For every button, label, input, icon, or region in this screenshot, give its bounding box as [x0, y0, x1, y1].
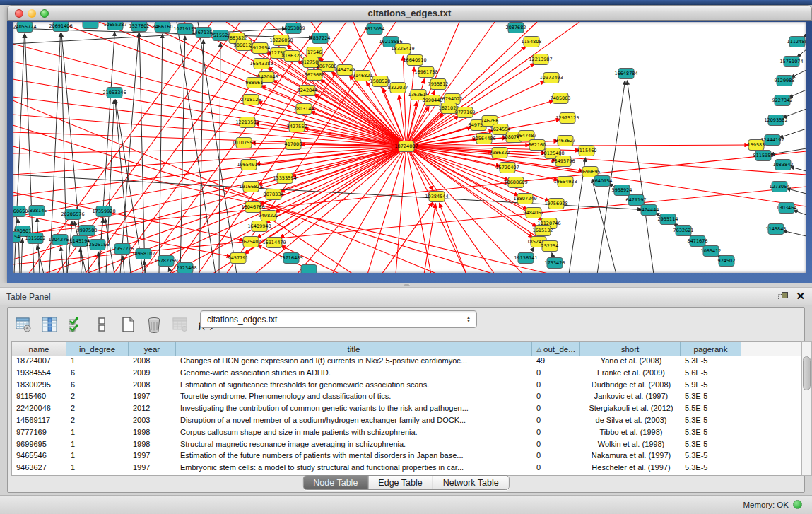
network-node[interactable]: 9129988 [775, 76, 795, 86]
network-node[interactable]: 1527602 [129, 22, 150, 32]
network-node[interactable]: 10655287 [103, 22, 126, 30]
network-node[interactable]: 19166825 [239, 182, 262, 192]
network-node[interactable]: 8186328 [282, 51, 302, 62]
network-node[interactable]: 9227342 [772, 95, 793, 106]
dropdown-stepper-icon[interactable]: ▲▼ [464, 313, 473, 326]
network-node[interactable]: 9115460 [577, 146, 597, 156]
network-node[interactable]: 19654923 [553, 177, 577, 187]
network-edge[interactable] [199, 40, 204, 273]
network-node[interactable]: 20206576 [61, 209, 84, 220]
network-edge[interactable] [127, 146, 406, 273]
tab-network-table[interactable]: Network Table [433, 476, 509, 489]
network-node[interactable]: 19654915 [237, 160, 260, 170]
table-row[interactable]: 946554611997Estimation of the future num… [12, 450, 801, 462]
network-node[interactable]: 3675685 [305, 70, 325, 81]
network-node[interactable] [83, 22, 98, 29]
network-node[interactable]: 9997588 [77, 226, 98, 236]
table-mode-icon[interactable] [13, 315, 33, 334]
network-edge[interactable] [793, 210, 806, 215]
network-edge[interactable] [789, 90, 806, 98]
network-node[interactable]: 6479197 [626, 195, 647, 206]
network-node[interactable]: 7625402 [241, 237, 261, 247]
network-node[interactable]: 17546 [307, 47, 322, 58]
network-node[interactable]: 1615132 [533, 226, 553, 236]
network-node[interactable]: 988961 [246, 78, 264, 88]
network-node[interactable]: 8471676 [688, 236, 708, 247]
table-row[interactable]: 977716911998Corpus callosum shape and si… [12, 427, 801, 439]
network-node[interactable]: 2935114 [658, 214, 678, 225]
network-edge[interactable] [37, 218, 40, 273]
network-edge[interactable] [627, 81, 654, 273]
network-edge[interactable] [13, 146, 406, 196]
network-node[interactable]: 2718126 [241, 95, 261, 105]
network-edge[interactable] [797, 49, 806, 57]
network-edge[interactable] [180, 36, 185, 273]
column-header-short[interactable]: short [580, 342, 681, 356]
network-node[interactable]: 9474444 [639, 205, 659, 216]
network-node[interactable]: 16961758 [414, 67, 437, 78]
citation-network-graph[interactable]: 2405572420691406106552871527602846616010… [13, 22, 806, 273]
network-node[interactable]: 19136141 [514, 253, 537, 264]
column-header-title[interactable]: title [176, 342, 532, 356]
table-row[interactable]: 2242004622012Investigating the contribut… [12, 403, 801, 415]
tab-edge-table[interactable]: Edge Table [368, 476, 433, 489]
network-node[interactable]: 2260650 [13, 206, 28, 217]
network-node[interactable]: 12093582 [764, 115, 787, 126]
column-header-in_degree[interactable]: in_degree [66, 342, 129, 356]
network-node[interactable]: 1303464 [777, 203, 797, 214]
network-node[interactable]: 5938924 [612, 185, 632, 196]
network-node[interactable]: 7986322 [490, 148, 510, 158]
network-node[interactable]: 8466160 [153, 22, 173, 33]
network-edge[interactable] [198, 22, 237, 273]
table-row[interactable]: 911546021997Tourette syndrome. Phenomeno… [12, 391, 801, 403]
network-node[interactable]: 7955812 [428, 79, 449, 90]
network-window-titlebar[interactable]: citations_edges.txt [7, 5, 812, 21]
network-edge[interactable] [396, 146, 406, 273]
network-node[interactable]: 9484067 [524, 208, 544, 218]
network-node[interactable]: 15720407 [495, 163, 519, 173]
table-row[interactable]: 1938455462009Genome-wide association stu… [12, 368, 801, 380]
network-node[interactable]: 15751074 [779, 57, 803, 67]
network-node[interactable]: 1112485 [787, 37, 806, 47]
import-table-icon[interactable] [170, 315, 190, 334]
network-node[interactable]: 9777169 [455, 107, 476, 118]
network-node[interactable]: 9457791 [228, 253, 249, 264]
network-node[interactable]: 9463627 [555, 136, 576, 146]
network-edge[interactable] [13, 44, 406, 146]
scrollbar-thumb[interactable] [803, 356, 811, 390]
select-columns-icon[interactable] [66, 315, 86, 334]
network-edge[interactable] [37, 245, 44, 273]
network-node[interactable]: 12975125 [555, 113, 579, 124]
network-node[interactable]: 5912954 [250, 43, 271, 54]
network-node[interactable]: 862160 [529, 140, 546, 151]
delete-table-icon[interactable] [144, 315, 164, 334]
network-edge[interactable] [21, 238, 23, 273]
network-edge[interactable] [367, 146, 406, 273]
network-node[interactable]: 1898145 [27, 206, 47, 216]
network-node[interactable]: 19756928 [544, 199, 567, 209]
network-edge[interactable] [791, 70, 806, 78]
network-edge[interactable] [382, 202, 433, 273]
row-options-icon[interactable] [92, 315, 112, 334]
table-row[interactable]: 1830029562008Estimation of significance … [12, 380, 801, 392]
network-node[interactable]: 1273054 [770, 182, 790, 192]
network-node[interactable]: 7485063 [551, 93, 571, 104]
network-node[interactable]: 1315682 [25, 233, 46, 244]
splitter-grip-icon[interactable] [404, 284, 410, 286]
network-canvas[interactable]: 2405572420691406106552871527602846616010… [13, 22, 806, 273]
network-node[interactable]: 10107553 [232, 138, 255, 148]
network-node[interactable]: 1154808 [522, 37, 542, 47]
network-node[interactable]: 7632621 [673, 226, 694, 236]
network-node[interactable]: 16543382 [249, 59, 273, 69]
network-node[interactable]: 9242844 [298, 86, 318, 96]
network-node[interactable]: 16640910 [403, 55, 426, 66]
network-node[interactable]: 8990448 [423, 95, 443, 106]
network-edge[interactable] [13, 146, 406, 217]
network-node[interactable] [301, 265, 317, 274]
network-edge[interactable] [779, 129, 806, 138]
network-node[interactable]: 10958107 [131, 249, 155, 259]
table-row[interactable]: 1872400712008Changes of HCN gene express… [12, 356, 801, 368]
column-header-name[interactable]: name [12, 342, 66, 356]
network-edge[interactable] [783, 230, 806, 236]
network-node[interactable]: 252254 [541, 241, 559, 252]
